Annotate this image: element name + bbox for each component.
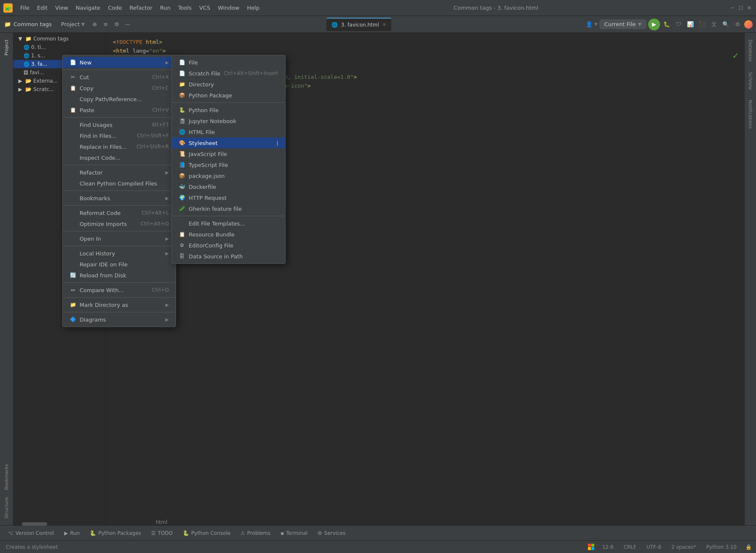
profile-icon[interactable]: 📊 (685, 19, 695, 30)
menu-item-find-files[interactable]: Find in Files... Ctrl+Shift+F (63, 130, 176, 141)
tab-todo[interactable]: ☰ TODO (147, 528, 177, 538)
active-tab-label[interactable]: 3. favicon.html (341, 22, 379, 28)
avatar[interactable] (744, 20, 753, 29)
submenu-item-file[interactable]: 📄 File (172, 57, 285, 68)
menu-item-cut-left: ✂ Cut (69, 74, 89, 81)
sidebar-tab-project[interactable]: Project (1, 35, 12, 61)
submenu-item-python-package[interactable]: 📦 Python Package (172, 90, 285, 101)
gear-icon[interactable]: ⚙ (732, 19, 743, 30)
submenu-item-stylesheet[interactable]: 🎨 Stylesheet | (172, 137, 285, 148)
submenu-item-package-json[interactable]: 📦 package.json (172, 170, 285, 181)
tab-terminal[interactable]: ▪ Terminal (276, 528, 312, 538)
close-panel-icon[interactable]: — (123, 20, 132, 29)
menu-item-reformat[interactable]: Reformat Code Ctrl+Alt+L (63, 207, 176, 218)
submenu-item-html[interactable]: 🌐 HTML File (172, 126, 285, 137)
settings-icon[interactable]: ⚙ (112, 20, 121, 29)
collapse-icon[interactable]: ≡ (102, 20, 110, 29)
submenu-item-dockerfile[interactable]: 🐳 Dockerfile (172, 181, 285, 192)
submenu-item-directory[interactable]: 📁 Directory (172, 79, 285, 90)
reformat-shortcut: Ctrl+Alt+L (142, 210, 169, 216)
optimize-icon (69, 220, 76, 227)
menu-item-diagrams[interactable]: 🔷 Diagrams ▶ (63, 314, 176, 325)
feedback-icon[interactable]: 🔒 (744, 543, 753, 551)
menu-item-inspect-code[interactable]: Inspect Code... (63, 152, 176, 163)
submenu-item-edit-templates[interactable]: Edit File Templates... (172, 218, 285, 229)
sidebar-tab-bookmarks[interactable]: Bookmarks (2, 461, 11, 493)
user-icon[interactable]: 👤 ▼ (586, 21, 598, 27)
menu-refactor[interactable]: Refactor (126, 3, 156, 12)
project-scrollbar[interactable] (13, 522, 106, 525)
tree-item-common-tags[interactable]: ▼ 📁 Common tags (13, 35, 106, 43)
translate-icon[interactable]: 文 (709, 19, 719, 30)
run-button[interactable]: ▶ (648, 19, 660, 30)
submenu-item-editorconfig[interactable]: ⚙ EditorConfig File (172, 240, 285, 251)
menu-window[interactable]: Window (214, 3, 243, 12)
menu-view[interactable]: View (52, 3, 72, 12)
close-button[interactable]: ✕ (746, 5, 753, 11)
sidebar-tab-database[interactable]: Database (745, 35, 756, 67)
menu-file[interactable]: File (17, 3, 33, 12)
menu-item-bookmarks[interactable]: Bookmarks ▶ (63, 193, 176, 204)
menu-item-paste[interactable]: 📋 Paste Ctrl+V (63, 105, 176, 115)
sidebar-tab-notifications[interactable]: Notifications (745, 95, 756, 134)
submenu-item-http[interactable]: 🌍 HTTP Request (172, 192, 285, 203)
maximize-button[interactable]: ☐ (737, 5, 744, 11)
menu-tools[interactable]: Tools (175, 3, 195, 12)
menu-item-cut[interactable]: ✂ Cut Ctrl+X (63, 72, 176, 83)
menu-item-local-history[interactable]: Local History ▶ (63, 248, 176, 259)
tree-item-0[interactable]: 🌐 0. ti... (13, 43, 106, 51)
minimize-button[interactable]: ─ (729, 5, 736, 11)
tab-python-console[interactable]: 🐍 Python Console (179, 528, 235, 538)
project-scrollbar-thumb[interactable] (22, 522, 47, 526)
sidebar-tab-sciview[interactable]: SciView (745, 67, 756, 95)
status-encoding[interactable]: UTF-8 (644, 543, 664, 551)
tab-services[interactable]: ⚙ Services (313, 528, 350, 538)
current-file-dropdown[interactable]: Current File ▼ (599, 19, 646, 29)
sidebar-tab-structure[interactable]: Structure (2, 494, 11, 522)
debug-icon[interactable]: 🐛 (662, 19, 672, 30)
search-icon[interactable]: 🔍 (721, 19, 731, 30)
menu-run[interactable]: Run (157, 3, 174, 12)
active-tab-close[interactable]: ✕ (382, 22, 386, 27)
submenu-item-gherkin[interactable]: 🥒 Gherkin feature file (172, 203, 285, 214)
code-line-1: <!DOCTYPE html> (113, 38, 737, 47)
submenu-item-datasource[interactable]: 🗄 Data Source in Path (172, 251, 285, 262)
menu-item-replace-files[interactable]: Replace in Files... Ctrl+Shift+R (63, 141, 176, 152)
status-line-separator[interactable]: CRLF (621, 543, 639, 551)
status-language[interactable]: Python 3.10 (704, 543, 739, 551)
scratch-collapse-icon: ▶ (17, 86, 24, 92)
menu-edit[interactable]: Edit (34, 3, 51, 12)
submenu-item-resource-bundle[interactable]: 📋 Resource Bundle (172, 229, 285, 240)
menu-item-new[interactable]: 📄 New ▶ (63, 57, 176, 68)
menu-code[interactable]: Code (104, 3, 125, 12)
menu-item-find-usages[interactable]: Find Usages Alt+F7 (63, 119, 176, 130)
submenu-item-scratch[interactable]: 📄 Scratch File Ctrl+Alt+Shift+Insert (172, 68, 285, 79)
menu-item-mark-directory[interactable]: 📁 Mark Directory as ▶ (63, 299, 176, 310)
menu-item-reload-disk[interactable]: 🔄 Reload from Disk (63, 270, 176, 281)
submenu-item-jupyter[interactable]: 📓 Jupyter Notebook (172, 115, 285, 126)
menu-navigate[interactable]: Navigate (72, 3, 104, 12)
submenu-item-python-file[interactable]: 🐍 Python File (172, 105, 285, 115)
menu-item-optimize[interactable]: Optimize Imports Ctrl+Alt+O (63, 218, 176, 229)
menu-item-open-in[interactable]: Open In ▶ (63, 233, 176, 244)
menu-item-copy[interactable]: 📋 Copy Ctrl+C (63, 83, 176, 94)
add-icon[interactable]: ⊕ (91, 20, 99, 29)
menu-help[interactable]: Help (243, 3, 263, 12)
submenu-item-js[interactable]: 📜 JavaScript File (172, 148, 285, 159)
tab-run[interactable]: ▶ Run (60, 528, 84, 538)
tab-python-packages[interactable]: 🐍 Python Packages (85, 528, 145, 538)
tab-problems[interactable]: ⚠ Problems (236, 528, 275, 538)
menu-item-compare[interactable]: ↔ Compare With... Ctrl+D (63, 285, 176, 295)
coverage-icon[interactable]: 🛡 (673, 19, 684, 30)
stop-icon[interactable]: ⬛ (697, 19, 707, 30)
menu-item-refactor[interactable]: Refactor ▶ (63, 167, 176, 178)
project-dropdown[interactable]: Project ▼ (58, 19, 88, 29)
submenu-item-ts[interactable]: 📘 TypeScript File (172, 159, 285, 170)
menu-vcs[interactable]: VCS (196, 3, 214, 12)
menu-item-clean-python[interactable]: Clean Python Compiled Files (63, 178, 176, 189)
status-position[interactable]: 12:8 (600, 543, 616, 551)
status-indent[interactable]: 2 spaces* (669, 543, 699, 551)
menu-item-repair-ide[interactable]: Repair IDE on File (63, 259, 176, 270)
menu-item-copy-path[interactable]: Copy Path/Reference... (63, 94, 176, 105)
tab-version-control[interactable]: ⌥ Version Control (3, 528, 58, 538)
